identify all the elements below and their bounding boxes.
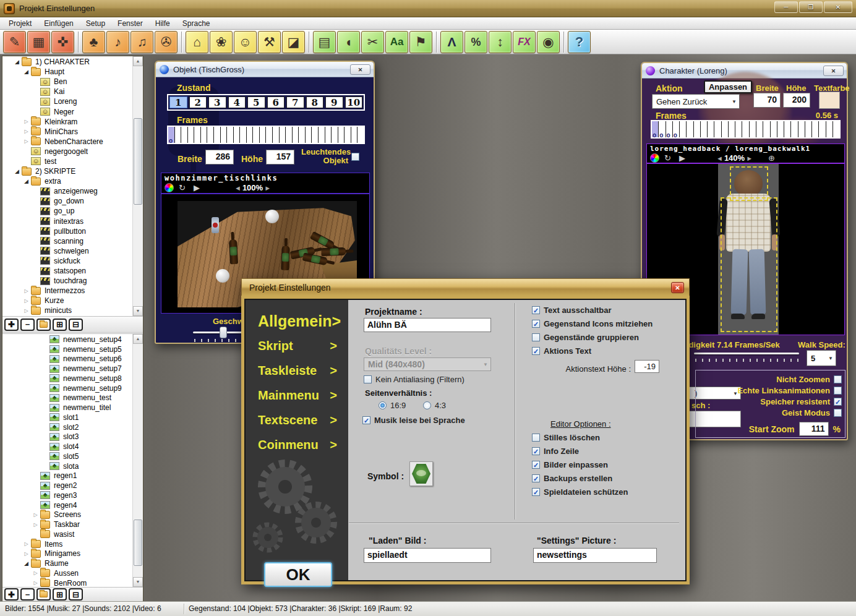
add-button[interactable]: ✚	[4, 588, 19, 601]
joystick-button[interactable]: ✜	[51, 31, 74, 53]
camera-button[interactable]: ◉	[537, 31, 560, 53]
tree-item-newmenu-test[interactable]: ♣newmenu_test	[2, 393, 132, 403]
add-button[interactable]: ✚	[4, 319, 19, 331]
tree-item-slot4[interactable]: ♣slot4	[2, 442, 132, 451]
videos-button[interactable]: ✇	[155, 31, 178, 53]
dialog-titlebar[interactable]: Projekt Einstellungen ✕	[241, 278, 690, 296]
scroll-down-icon[interactable]: ▼	[133, 306, 143, 316]
new-folder-button[interactable]	[36, 588, 51, 601]
checkbox-gegenstand-icons-mitziehen[interactable]: ✓	[532, 320, 540, 328]
musik-row[interactable]: ✓ Musik leise bei Sprache	[362, 416, 465, 425]
tree-collapse-icon[interactable]: ◢	[13, 59, 21, 65]
tree-expand-icon[interactable]: ▷	[22, 298, 30, 304]
tree-item-haupt[interactable]: ◢Haupt	[2, 67, 132, 77]
option-geist-modus[interactable]: Geist Modus	[696, 407, 842, 418]
tree-expand-icon[interactable]: ▷	[22, 139, 30, 144]
tree-item-minicuts[interactable]: ▷minicuts	[2, 306, 132, 315]
tree-item-pullbutton[interactable]: pullbutton	[2, 226, 132, 236]
frame-cell-4[interactable]: o	[673, 121, 680, 137]
zustand-button-6[interactable]: 6	[267, 96, 285, 108]
tree-item-regen2[interactable]: ♣regen2	[2, 481, 132, 490]
tree-item-items[interactable]: ▷Items	[2, 539, 132, 549]
scroll-up-icon[interactable]: ▲	[133, 56, 143, 66]
radio-selected-icon[interactable]	[379, 401, 387, 409]
tree-expand-icon[interactable]: ▷	[32, 522, 40, 528]
walk-button[interactable]: Λ	[440, 31, 463, 53]
checkbox-bilder-einpassen[interactable]: ✓	[532, 461, 540, 469]
tree-item-1-charakter[interactable]: ◢1) CHARAKTER	[2, 57, 132, 67]
scenes-button[interactable]: ◪	[282, 31, 305, 53]
option-aktions-text[interactable]: ✓Aktions Text	[532, 346, 653, 356]
tree-expand-icon[interactable]: ▷	[22, 541, 30, 547]
zustand-button-4[interactable]: 4	[228, 96, 246, 108]
wizard-button[interactable]: ✎	[3, 31, 26, 53]
view-grid-button[interactable]: ⊞	[53, 588, 67, 601]
tree-item-newmenu-setup9[interactable]: ♣newmenu_setup9	[2, 383, 132, 393]
menu-hilfe[interactable]: Hilfe	[149, 17, 176, 30]
close-button[interactable]: ✕	[824, 1, 852, 13]
tree-item-slot5[interactable]: ♣slot5	[2, 451, 132, 461]
refresh-icon[interactable]: ↻	[179, 184, 186, 192]
tree-expand-icon[interactable]: ▷	[22, 308, 30, 314]
tree-item-kleinkram[interactable]: ▷Kleinkram	[2, 117, 132, 127]
music-button[interactable]: ♫	[131, 31, 153, 53]
tree-item-wasist[interactable]: wasist	[2, 529, 132, 539]
tree-item-slot3[interactable]: ♣slot3	[2, 432, 132, 442]
dialog-menu-coinmenu[interactable]: Coinmenu>	[246, 432, 348, 457]
frame-cell-24[interactable]	[319, 127, 325, 143]
tree-item-kurze[interactable]: ▷Kurze	[2, 296, 132, 306]
frame-cell-6[interactable]	[201, 127, 208, 143]
minimize-button[interactable]: ─	[774, 1, 798, 13]
tree-item-newmenu-titel[interactable]: ♣newmenu_titel	[2, 403, 132, 413]
tree-item-slot2[interactable]: ♣slot2	[2, 422, 132, 432]
checkbox-aktions-text[interactable]: ✓	[532, 347, 540, 355]
breite-input[interactable]: 286	[205, 150, 234, 165]
frame-cell-25[interactable]	[325, 127, 332, 143]
view-split-button[interactable]: ⊟	[69, 588, 83, 601]
frame-cell-14[interactable]	[253, 127, 260, 143]
walk-speed-dropdown[interactable]: 5 ▼	[807, 350, 836, 366]
rooms-button[interactable]: ⌂	[186, 31, 208, 53]
musik-checkbox[interactable]: ✓	[362, 416, 370, 424]
items-button[interactable]: ⚒	[258, 31, 281, 53]
frame-cell-23[interactable]	[805, 121, 812, 137]
frame-cell-22[interactable]	[798, 121, 805, 137]
dialog-menu-skript[interactable]: Skript>	[246, 333, 348, 358]
tree-item-screens[interactable]: ▷Screens	[2, 510, 132, 520]
charakter-speed-slider[interactable]	[694, 353, 799, 354]
frame-cell-23[interactable]	[312, 127, 319, 143]
tree-item-initextras[interactable]: initextras	[2, 216, 132, 226]
tree-item-neger[interactable]: ☺Neger	[2, 106, 132, 116]
tree-collapse-icon[interactable]: ◢	[22, 69, 30, 75]
text-button[interactable]: Aa	[385, 31, 408, 53]
frame-cell-3[interactable]: o	[666, 121, 673, 137]
objekt-titlebar[interactable]: Objekt (TischGross) ✕	[156, 62, 374, 77]
option-spieldateien-schützen[interactable]: ✓Spieldateien schützen	[532, 487, 628, 497]
mouse-button[interactable]: ◖	[337, 31, 360, 53]
frame-cell-15[interactable]	[750, 121, 756, 137]
zustand-button-7[interactable]: 7	[286, 96, 304, 108]
images-button[interactable]: ♣	[82, 31, 105, 53]
body-selection-box[interactable]	[721, 197, 777, 332]
tree-expand-icon[interactable]: ▷	[22, 551, 30, 557]
zustand-button-1[interactable]: 1	[169, 96, 187, 108]
help-button[interactable]: ?	[568, 31, 591, 53]
tree-item-regen1[interactable]: ♣regen1	[2, 471, 132, 481]
frame-cell-12[interactable]	[729, 121, 735, 137]
objekt-speed-thumb[interactable]	[220, 327, 227, 338]
dialog-menu-mainmenu[interactable]: Mainmenu>	[246, 383, 348, 408]
frame-cell-2[interactable]	[175, 127, 182, 143]
zoom-decrease-icon[interactable]: ◄	[716, 155, 723, 162]
tree-item-negergoogelt[interactable]: ☺negergoogelt	[2, 147, 132, 156]
tree-expand-icon[interactable]: ▷	[32, 580, 40, 586]
frame-cell-26[interactable]	[826, 121, 833, 137]
tree-item-schwelgen[interactable]: schwelgen	[2, 246, 132, 256]
frame-cell-18[interactable]	[280, 127, 286, 143]
frame-cell-1[interactable]: o	[168, 127, 175, 143]
start-zoom-input[interactable]: 111	[799, 422, 829, 436]
tree-item-anzeigenweg[interactable]: anzeigenweg	[2, 186, 132, 196]
scroll-thumb[interactable]	[134, 118, 142, 205]
effects-button[interactable]: FX	[513, 31, 536, 53]
ratio-43-option[interactable]: 4:3	[423, 401, 446, 410]
tree-collapse-icon[interactable]: ◢	[22, 560, 30, 567]
